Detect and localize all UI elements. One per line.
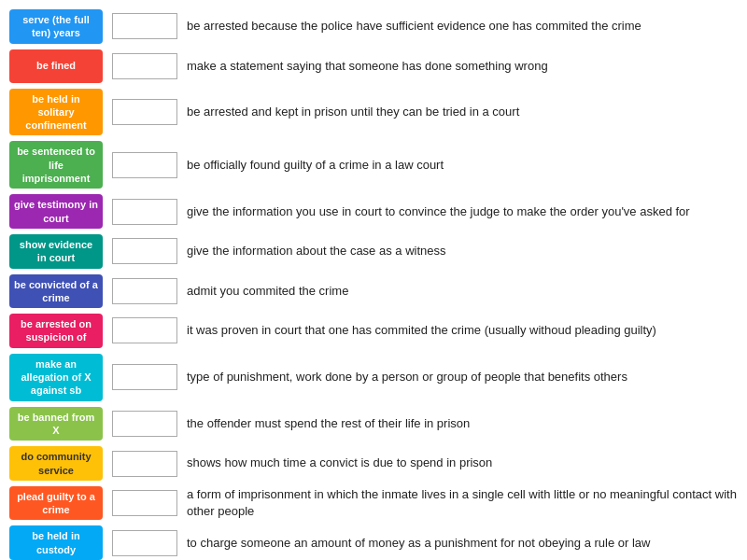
definition-be-sentenced-life: be officially found guilty of a crime in… — [187, 157, 738, 174]
table-row: make an allegation of X against sbtype o… — [9, 354, 738, 401]
table-row: plead guilty to a crimea form of impriso… — [9, 486, 738, 521]
answer-input-give-testimony[interactable] — [112, 199, 177, 225]
table-row: give testimony in courtgive the informat… — [9, 194, 738, 229]
label-btn-give-testimony[interactable]: give testimony in court — [9, 194, 103, 229]
table-row: be banned from Xthe offender must spend … — [9, 407, 738, 441]
label-btn-be-fined[interactable]: be fined — [9, 49, 103, 83]
label-btn-plead-guilty[interactable]: plead guilty to a crime — [9, 486, 103, 521]
answer-input-make-allegation[interactable] — [112, 364, 177, 390]
label-btn-be-sentenced-life[interactable]: be sentenced to life imprisonment — [9, 141, 103, 189]
definition-serve-ten-years: be arrested because the police have suff… — [187, 18, 738, 35]
definition-be-arrested-suspicion: it was proven in court that one has comm… — [187, 322, 738, 339]
label-btn-do-community[interactable]: do community service — [9, 446, 103, 481]
answer-input-do-community[interactable] — [112, 451, 177, 477]
table-row: show evidence in courtgive the informati… — [9, 234, 738, 269]
definition-be-fined: make a statement saying that someone has… — [187, 58, 738, 75]
answer-input-plead-guilty[interactable] — [112, 490, 177, 516]
label-btn-be-banned[interactable]: be banned from X — [9, 407, 103, 441]
answer-input-be-fined[interactable] — [112, 53, 177, 79]
answer-input-be-sentenced-life[interactable] — [112, 152, 177, 178]
label-btn-make-allegation[interactable]: make an allegation of X against sb — [9, 354, 103, 401]
table-row: be arrested on suspicion ofit was proven… — [9, 314, 738, 348]
definition-be-held-custody: to charge someone an amount of money as … — [187, 535, 738, 552]
label-btn-be-held-solitary[interactable]: be held in solitary confinement — [9, 89, 103, 136]
answer-input-be-arrested-suspicion[interactable] — [112, 317, 177, 343]
definition-be-convicted: admit you commited the crime — [187, 283, 738, 300]
label-btn-be-arrested-suspicion[interactable]: be arrested on suspicion of — [9, 314, 103, 348]
answer-input-be-held-solitary[interactable] — [112, 99, 177, 125]
label-btn-be-convicted[interactable]: be convicted of a crime — [9, 274, 103, 309]
definition-make-allegation: type of punishment, work done by a perso… — [187, 369, 738, 385]
label-btn-serve-ten-years[interactable]: serve (the full ten) years — [9, 9, 103, 44]
definition-show-evidence: give the information about the case as a… — [187, 243, 738, 259]
label-btn-show-evidence[interactable]: show evidence in court — [9, 234, 103, 269]
table-row: do community serviceshows how much time … — [9, 446, 738, 481]
answer-input-be-held-custody[interactable] — [112, 530, 177, 556]
definition-give-testimony: give the information you use in court to… — [187, 203, 738, 220]
table-row: be finedmake a statement saying that som… — [9, 49, 738, 83]
answer-input-show-evidence[interactable] — [112, 238, 177, 264]
definition-be-banned: the offender must spend the rest of thei… — [187, 415, 738, 432]
table-row: serve (the full ten) yearsbe arrested be… — [9, 9, 738, 44]
answer-input-serve-ten-years[interactable] — [112, 13, 177, 39]
label-btn-be-held-custody[interactable]: be held in custody — [9, 525, 103, 560]
definition-do-community: shows how much time a convict is due to … — [187, 455, 738, 471]
matching-exercise: serve (the full ten) yearsbe arrested be… — [9, 9, 738, 560]
definition-plead-guilty: a form of imprisonment in which the inma… — [187, 486, 738, 520]
answer-input-be-convicted[interactable] — [112, 278, 177, 304]
table-row: be convicted of a crimeadmit you commite… — [9, 274, 738, 309]
table-row: be held in custodyto charge someone an a… — [9, 525, 738, 560]
table-row: be held in solitary confinementbe arrest… — [9, 89, 738, 136]
answer-input-be-banned[interactable] — [112, 411, 177, 437]
definition-be-held-solitary: be arrested and kept in prison until the… — [187, 104, 738, 120]
table-row: be sentenced to life imprisonmentbe offi… — [9, 141, 738, 189]
